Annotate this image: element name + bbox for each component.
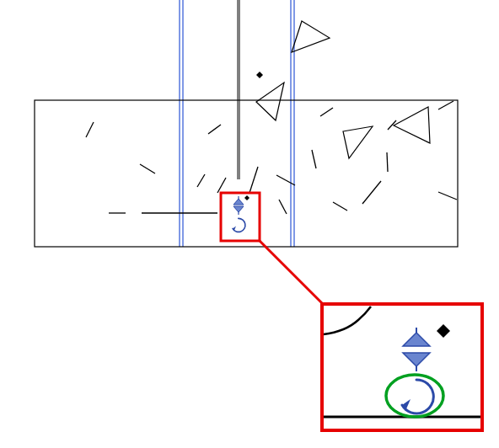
break-line: [140, 164, 155, 173]
break-line: [312, 150, 316, 168]
break-line: [333, 202, 347, 211]
break-line: [217, 178, 226, 193]
callout-box-small: [221, 193, 260, 241]
break-line: [279, 200, 287, 214]
debris-triangle: [394, 107, 430, 143]
break-line: [387, 152, 388, 172]
break-line: [276, 175, 295, 185]
debris-triangle: [292, 21, 330, 52]
break-line: [438, 101, 453, 109]
break-line: [250, 167, 258, 193]
flip-handle[interactable]: [233, 195, 250, 232]
origin-marker: [256, 72, 263, 78]
break-line: [197, 174, 205, 187]
drag-diamond-icon: [244, 195, 250, 200]
diagram-svg: [0, 0, 499, 448]
zoom-backing: [322, 304, 482, 430]
flip-arrow-down-icon: [233, 206, 244, 212]
diagram-stage: [0, 0, 499, 448]
flip-arrow-up-icon: [233, 199, 244, 205]
rotate-curl-icon: [233, 218, 245, 232]
break-line: [362, 181, 381, 204]
break-line: [208, 125, 221, 134]
callout-leader: [260, 241, 324, 305]
break-line: [438, 192, 457, 200]
debris-triangle: [256, 83, 284, 120]
debris-triangle: [343, 126, 373, 158]
break-line: [86, 122, 94, 137]
break-line: [320, 108, 333, 116]
